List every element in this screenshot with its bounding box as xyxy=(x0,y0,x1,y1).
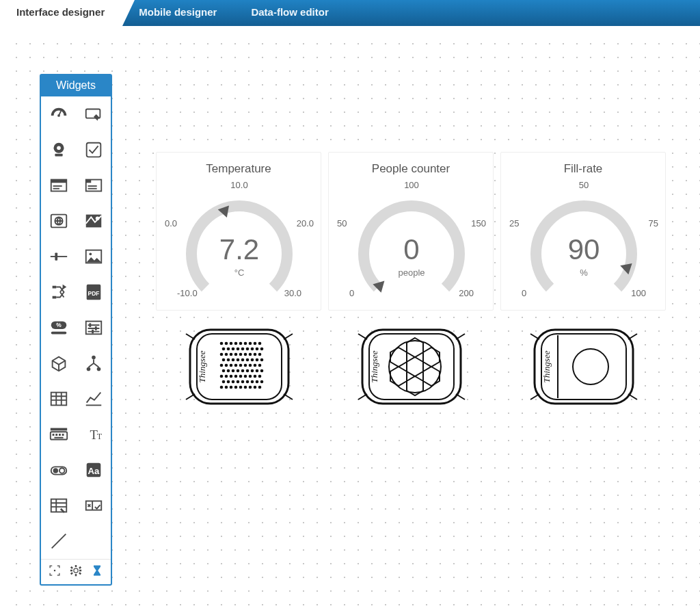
svg-point-60 xyxy=(244,342,247,345)
svg-point-106 xyxy=(251,369,254,373)
svg-point-123 xyxy=(246,380,250,384)
svg-point-127 xyxy=(220,386,224,389)
svg-rect-6 xyxy=(86,143,100,157)
percent-icon[interactable]: % xyxy=(41,310,76,345)
keyboard-icon[interactable] xyxy=(41,417,76,452)
svg-point-91 xyxy=(220,364,224,367)
svg-point-100 xyxy=(222,369,226,373)
text-label-icon[interactable]: TT xyxy=(76,417,111,452)
map-icon[interactable] xyxy=(76,203,111,239)
device-thingsee-distance[interactable]: Thingsee xyxy=(522,326,645,408)
svg-point-79 xyxy=(249,353,252,356)
svg-point-22 xyxy=(89,252,92,255)
svg-text:Thingsee: Thingsee xyxy=(541,350,552,382)
gauge-tick-max: 200 xyxy=(459,288,474,298)
gauge-tick-right: 20.0 xyxy=(297,218,314,228)
svg-point-118 xyxy=(222,380,226,384)
gauge-tick-min: -10.0 xyxy=(177,288,198,298)
gauge-tick-max: 100 xyxy=(631,288,646,298)
svg-point-89 xyxy=(256,358,259,362)
gauge-tick-right: 150 xyxy=(471,218,486,228)
table-icon[interactable] xyxy=(41,381,76,417)
svg-point-84 xyxy=(232,358,235,362)
tab-dataflow-editor[interactable]: Data-flow editor xyxy=(234,0,346,26)
hourglass-icon[interactable] xyxy=(90,564,104,580)
svg-point-58 xyxy=(234,342,238,345)
gauge-value: 7.2 xyxy=(157,233,322,266)
svg-point-55 xyxy=(220,342,224,345)
svg-point-48 xyxy=(74,568,78,573)
svg-rect-31 xyxy=(92,330,94,334)
webcam-icon[interactable] xyxy=(41,132,76,168)
svg-rect-29 xyxy=(89,323,91,327)
sliders-panel-icon[interactable] xyxy=(76,310,111,345)
web-page-icon[interactable] xyxy=(41,203,76,239)
svg-point-116 xyxy=(254,375,257,378)
image-icon[interactable] xyxy=(76,239,111,274)
svg-point-126 xyxy=(260,380,264,384)
form-table-icon[interactable] xyxy=(41,488,76,523)
svg-point-95 xyxy=(239,364,243,367)
button-icon[interactable] xyxy=(76,96,111,132)
svg-point-129 xyxy=(230,386,233,389)
gauge-unit: people xyxy=(329,267,494,278)
svg-rect-35 xyxy=(51,393,66,406)
gauge-card-temperature[interactable]: Temperature 7.2°C10.00.020.0-10.030.0 xyxy=(156,152,321,311)
form-row-icon[interactable] xyxy=(76,488,111,523)
gauge-card-fillrate[interactable]: Fill-rate 90%5025750100 xyxy=(500,152,666,311)
svg-point-99 xyxy=(258,364,262,367)
device-thingsee-air[interactable]: Thingsee xyxy=(178,326,301,408)
svg-point-66 xyxy=(232,348,235,351)
device-thingsee-presence[interactable]: Thingsee xyxy=(350,326,473,408)
tree-icon[interactable] xyxy=(76,345,111,381)
gauge-tick-top: 50 xyxy=(501,180,667,190)
svg-point-59 xyxy=(239,342,243,345)
svg-point-68 xyxy=(241,348,245,351)
pdf-icon[interactable]: PDF xyxy=(76,274,111,310)
tab-interface-designer[interactable]: Interface designer xyxy=(0,0,122,26)
svg-point-18 xyxy=(95,216,99,220)
gauge-title: Fill-rate xyxy=(501,153,665,179)
gauge-tick-left: 0.0 xyxy=(165,218,177,228)
gauge-tick-top: 10.0 xyxy=(157,180,322,190)
tab-mobile-designer[interactable]: Mobile designer xyxy=(122,0,234,26)
svg-text:%: % xyxy=(56,322,62,328)
svg-point-72 xyxy=(260,348,264,351)
text-display-icon[interactable] xyxy=(41,168,76,203)
svg-point-33 xyxy=(86,367,90,371)
chart-icon[interactable] xyxy=(76,381,111,417)
svg-point-64 xyxy=(222,348,226,351)
widgets-palette: Widgets PDF%TTAa xyxy=(40,74,112,586)
svg-point-98 xyxy=(254,364,257,367)
cube-icon[interactable] xyxy=(41,345,76,381)
svg-point-71 xyxy=(256,348,259,351)
svg-rect-14 xyxy=(88,188,96,189)
svg-point-92 xyxy=(225,364,228,367)
line-icon[interactable] xyxy=(41,523,76,559)
svg-point-110 xyxy=(225,375,228,378)
settings-gear-icon[interactable] xyxy=(69,564,83,580)
font-box-icon[interactable]: Aa xyxy=(76,452,111,488)
svg-point-104 xyxy=(241,369,245,373)
svg-rect-20 xyxy=(55,252,57,260)
svg-point-132 xyxy=(244,386,247,389)
svg-point-130 xyxy=(234,386,238,389)
toggle-icon[interactable] xyxy=(41,452,76,488)
svg-point-135 xyxy=(258,386,262,389)
text-area-icon[interactable] xyxy=(76,168,111,203)
checkbox-icon[interactable] xyxy=(76,132,111,168)
svg-text:Thingsee: Thingsee xyxy=(369,350,379,382)
svg-point-86 xyxy=(241,358,245,362)
data-flow-icon[interactable] xyxy=(41,274,76,310)
svg-point-125 xyxy=(256,380,259,384)
widgets-palette-title: Widgets xyxy=(41,75,111,96)
editor-tabs: Interface designer Mobile designer Data-… xyxy=(0,0,700,26)
svg-rect-12 xyxy=(85,180,91,183)
slider-icon[interactable] xyxy=(41,239,76,274)
focus-icon[interactable] xyxy=(48,564,62,580)
gauge-tick-left: 50 xyxy=(337,218,347,228)
svg-rect-19 xyxy=(50,256,66,257)
gauge-card-people[interactable]: People counter 0people100501500200 xyxy=(328,152,494,311)
svg-point-4 xyxy=(57,146,61,150)
gauge-icon[interactable] xyxy=(41,96,76,132)
